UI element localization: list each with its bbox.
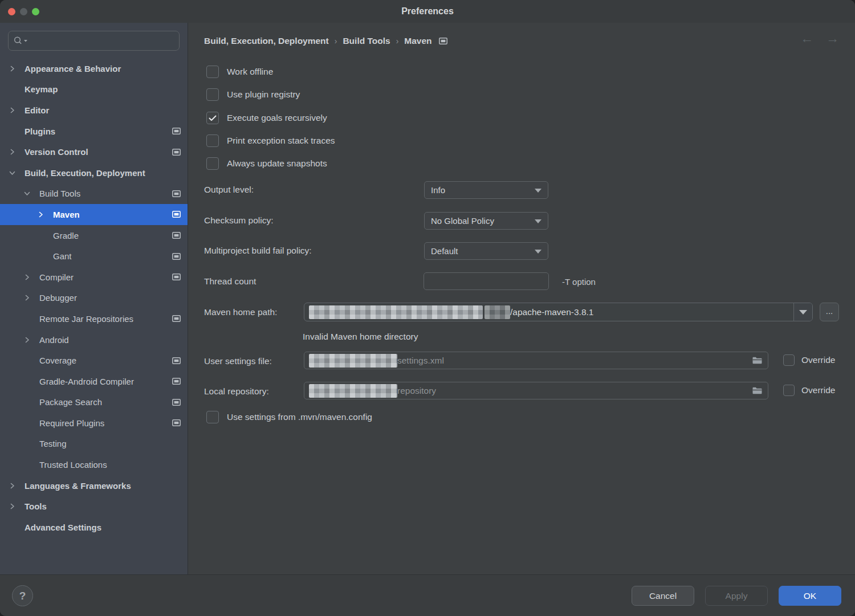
use-plugin-registry-checkbox[interactable] xyxy=(206,88,219,101)
user-settings-field[interactable]: settings.xml xyxy=(304,352,768,369)
override-checkbox[interactable] xyxy=(783,385,795,396)
sidebar-item-gradle[interactable]: Gradle xyxy=(0,225,188,246)
sidebar-item-version-control[interactable]: Version Control xyxy=(0,141,188,162)
dialog-footer: ? Cancel Apply OK xyxy=(0,574,855,616)
sidebar-item-coverage[interactable]: Coverage xyxy=(0,350,188,371)
maven-home-combo[interactable]: /apache-maven-3.8.1 xyxy=(304,303,813,321)
sidebar-item-package-search[interactable]: Package Search xyxy=(0,392,188,413)
monitor-icon xyxy=(172,211,181,218)
sidebar-item-keymap[interactable]: Keymap xyxy=(0,79,188,100)
user-settings-override[interactable]: Override xyxy=(783,352,835,368)
sidebar-item-required-plugins[interactable]: Required Plugins xyxy=(0,413,188,434)
work-offline-checkbox[interactable] xyxy=(206,66,219,78)
override-checkbox[interactable] xyxy=(783,354,795,366)
redacted-path xyxy=(309,354,397,368)
override-label: Override xyxy=(801,385,835,395)
sidebar-item-android[interactable]: Android xyxy=(0,329,188,350)
chevron-right-icon[interactable] xyxy=(24,274,39,280)
local-repo-label: Local repository: xyxy=(204,384,269,399)
always-update-snapshots-checkbox[interactable] xyxy=(206,157,219,170)
checkbox-row-always-update-snapshots[interactable]: Always update snapshots xyxy=(206,156,327,172)
sidebar-item-label: Testing xyxy=(39,439,67,448)
chevron-right-icon[interactable] xyxy=(38,211,53,218)
monitor-icon xyxy=(172,399,181,406)
settings-sidebar: Appearance & BehaviorKeymapEditorPlugins… xyxy=(0,23,188,574)
breadcrumb: Build, Execution, Deployment › Build Too… xyxy=(204,33,447,49)
chevron-right-icon[interactable] xyxy=(9,503,25,509)
maven-home-browse-button[interactable]: ... xyxy=(820,303,839,321)
sidebar-item-languages-frameworks[interactable]: Languages & Frameworks xyxy=(0,475,188,496)
sidebar-item-label: Version Control xyxy=(25,147,88,157)
zoom-button[interactable] xyxy=(32,8,39,15)
chevron-right-icon[interactable] xyxy=(9,149,25,155)
chevron-right-icon[interactable] xyxy=(9,483,25,489)
checksum-policy-select[interactable]: No Global Policy xyxy=(424,212,548,230)
sidebar-item-gant[interactable]: Gant xyxy=(0,246,188,267)
maven-home-label: Maven home path: xyxy=(204,305,277,320)
ok-button[interactable]: OK xyxy=(779,586,841,606)
breadcrumb-item[interactable]: Maven xyxy=(404,36,431,46)
execute-goals-recursively-checkbox[interactable] xyxy=(206,112,219,124)
apply-button[interactable]: Apply xyxy=(705,586,768,606)
cancel-button[interactable]: Cancel xyxy=(632,586,694,606)
sidebar-item-testing[interactable]: Testing xyxy=(0,434,188,455)
monitor-icon xyxy=(172,315,181,322)
output-level-select[interactable]: Info xyxy=(424,181,548,199)
folder-icon[interactable] xyxy=(752,386,763,395)
sidebar-item-maven[interactable]: Maven xyxy=(0,204,188,225)
sidebar-item-tools[interactable]: Tools xyxy=(0,496,188,517)
sidebar-item-build-execution-deployment[interactable]: Build, Execution, Deployment xyxy=(0,162,188,183)
local-repo-field[interactable]: repository xyxy=(304,382,768,399)
sidebar-item-advanced-settings[interactable]: Advanced Settings xyxy=(0,517,188,538)
monitor-icon xyxy=(172,190,181,197)
breadcrumb-item[interactable]: Build, Execution, Deployment xyxy=(204,36,329,46)
multiproject-policy-select[interactable]: Default xyxy=(424,242,548,260)
breadcrumb-item[interactable]: Build Tools xyxy=(343,36,390,46)
chevron-down-icon xyxy=(535,189,542,193)
thread-count-input[interactable] xyxy=(424,272,549,290)
chevron-right-icon[interactable] xyxy=(9,66,25,72)
chevron-right-icon[interactable] xyxy=(9,107,25,113)
checkbox-row-work-offline[interactable]: Work offline xyxy=(206,64,273,80)
mvn-config-checkbox[interactable] xyxy=(206,411,219,423)
multiproject-policy-value: Default xyxy=(431,246,458,256)
print-exception-stack-traces-checkbox[interactable] xyxy=(206,134,219,147)
history-nav: ← → xyxy=(800,31,839,46)
chevron-right-icon[interactable] xyxy=(24,295,39,301)
checkbox-row-use-plugin-registry[interactable]: Use plugin registry xyxy=(206,87,300,103)
checkbox-row-print-exception-stack-traces[interactable]: Print exception stack traces xyxy=(206,133,335,149)
mvn-config-checkbox-row[interactable]: Use settings from .mvn/maven.config xyxy=(206,409,372,425)
monitor-icon xyxy=(172,232,181,239)
folder-icon[interactable] xyxy=(752,356,763,365)
chevron-down-icon[interactable] xyxy=(24,190,39,197)
combo-dropdown-button[interactable] xyxy=(793,303,812,321)
chevron-down-icon[interactable] xyxy=(9,170,25,176)
sidebar-item-build-tools[interactable]: Build Tools xyxy=(0,183,188,205)
sidebar-item-appearance-behavior[interactable]: Appearance & Behavior xyxy=(0,58,188,79)
checkbox-row-execute-goals-recursively[interactable]: Execute goals recursively xyxy=(206,110,327,126)
sidebar-item-compiler[interactable]: Compiler xyxy=(0,267,188,288)
monitor-icon xyxy=(172,357,181,364)
help-button[interactable]: ? xyxy=(12,585,33,606)
sidebar-item-gradle-android-compiler[interactable]: Gradle-Android Compiler xyxy=(0,371,188,392)
settings-search-input[interactable] xyxy=(8,31,180,51)
monitor-icon xyxy=(172,274,181,280)
local-repo-value: repository xyxy=(397,386,436,396)
sidebar-item-plugins[interactable]: Plugins xyxy=(0,121,188,142)
chevron-right-icon[interactable] xyxy=(24,337,39,343)
sidebar-item-editor[interactable]: Editor xyxy=(0,100,188,121)
output-level-label: Output level: xyxy=(204,182,254,197)
back-button[interactable]: ← xyxy=(800,31,813,46)
sidebar-item-trusted-locations[interactable]: Trusted Locations xyxy=(0,454,188,475)
minimize-button[interactable] xyxy=(20,8,27,15)
user-settings-label: User settings file: xyxy=(204,354,272,369)
forward-button[interactable]: → xyxy=(826,31,839,46)
settings-tree: Appearance & BehaviorKeymapEditorPlugins… xyxy=(0,58,188,538)
close-button[interactable] xyxy=(8,8,15,15)
local-repo-override[interactable]: Override xyxy=(783,382,835,398)
sidebar-item-label: Compiler xyxy=(39,272,74,282)
sidebar-item-remote-jar-repositories[interactable]: Remote Jar Repositories xyxy=(0,308,188,329)
monitor-icon xyxy=(172,378,181,385)
sidebar-item-debugger[interactable]: Debugger xyxy=(0,288,188,309)
titlebar: Preferences xyxy=(0,0,855,23)
